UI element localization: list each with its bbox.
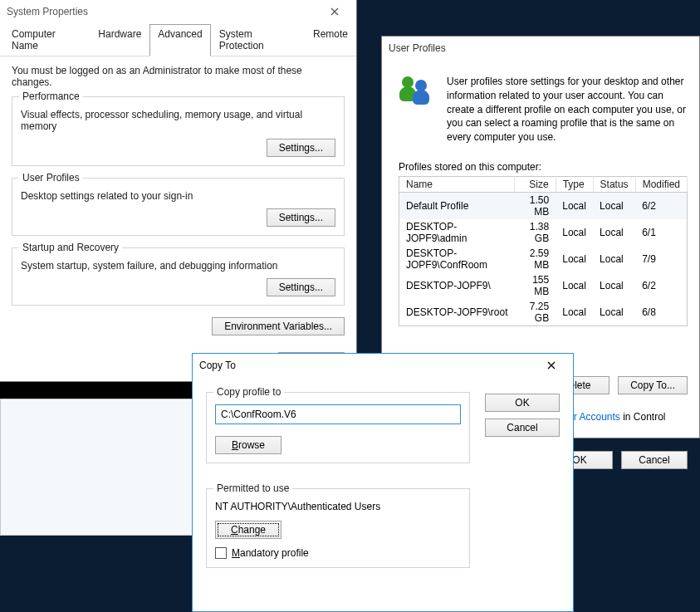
system-properties-body: You must be logged on as an Administrato… <box>0 56 356 345</box>
group-legend: Copy profile to <box>213 386 284 398</box>
group-performance: Performance Visual effects, processor sc… <box>12 96 345 166</box>
copy-to-button[interactable]: Copy To... <box>618 376 688 394</box>
window-title: User Profiles <box>389 42 446 54</box>
cell-size: 1.50 MB <box>515 192 556 219</box>
table-row[interactable]: Default Profile1.50 MBLocalLocal6/2 <box>399 192 688 219</box>
cell-name: DESKTOP-JOPF9\ <box>399 272 515 299</box>
performance-settings-button[interactable]: Settings... <box>267 139 335 157</box>
close-icon[interactable] <box>318 0 351 23</box>
cell-status: Local <box>593 299 635 326</box>
cell-name: DESKTOP-JOPF9\ConfRoom <box>399 246 515 272</box>
titlebar[interactable]: Copy To <box>193 354 573 377</box>
startup-text: System startup, system failure, and debu… <box>21 260 335 272</box>
copy-to-dialog: Copy To Copy profile to BBrowserowse Per… <box>192 353 574 612</box>
cell-type: Local <box>556 299 593 326</box>
startup-settings-button[interactable]: Settings... <box>267 278 335 296</box>
cell-size: 1.38 GB <box>515 219 556 246</box>
tab-computer-name[interactable]: Computer Name <box>3 24 90 56</box>
group-legend: Performance <box>19 91 83 102</box>
group-permitted-to-use: Permitted to use NT AUTHORITY\Authentica… <box>206 488 470 568</box>
cell-modified: 6/1 <box>635 219 687 246</box>
cancel-button[interactable]: Cancel <box>485 419 560 437</box>
cell-name: DESKTOP-JOPF9\admin <box>399 219 515 246</box>
change-button[interactable]: ChangeChange <box>215 521 281 539</box>
cell-status: Local <box>593 192 635 219</box>
close-icon[interactable] <box>535 354 568 377</box>
mandatory-profile-checkbox[interactable] <box>215 547 227 559</box>
cell-modified: 7/9 <box>635 246 687 272</box>
copy-to-body: Copy profile to BBrowserowse Permitted t… <box>193 377 573 576</box>
profiles-stored-label: Profiles stored on this computer: <box>399 161 688 173</box>
tab-system-protection[interactable]: System Protection <box>211 24 305 56</box>
tab-remote[interactable]: Remote <box>305 24 356 56</box>
cell-size: 155 MB <box>515 272 556 299</box>
cell-type: Local <box>556 219 593 246</box>
cell-size: 2.59 MB <box>515 246 556 272</box>
cell-size: 7.25 GB <box>515 299 556 326</box>
group-copy-profile-to: Copy profile to BBrowserowse <box>206 392 470 463</box>
table-row[interactable]: DESKTOP-JOPF9\root7.25 GBLocalLocal6/8 <box>399 299 688 326</box>
col-type[interactable]: Type <box>556 176 593 192</box>
permitted-principal: NT AUTHORITY\Authenticated Users <box>215 501 461 512</box>
table-row[interactable]: DESKTOP-JOPF9\admin1.38 GBLocalLocal6/1 <box>399 219 688 246</box>
browse-button[interactable]: BBrowserowse <box>215 436 281 454</box>
group-legend: Permitted to use <box>213 482 292 494</box>
cell-status: Local <box>593 272 635 299</box>
col-status[interactable]: Status <box>593 176 635 192</box>
performance-text: Visual effects, processor scheduling, me… <box>21 109 335 132</box>
titlebar[interactable]: System Properties <box>0 0 356 23</box>
cell-name: Default Profile <box>399 192 515 219</box>
cell-type: Local <box>556 192 593 219</box>
col-modified[interactable]: Modified <box>635 176 687 192</box>
cell-type: Local <box>556 272 593 299</box>
mandatory-profile-label[interactable]: Mandatory profileMandatory profile <box>232 547 309 559</box>
copy-profile-path-input[interactable] <box>215 404 461 424</box>
tab-hardware[interactable]: Hardware <box>90 24 149 56</box>
profiles-table[interactable]: Name Size Type Status Modified Default P… <box>399 176 688 326</box>
ok-button[interactable]: OK <box>485 394 560 412</box>
cell-status: Local <box>593 246 635 272</box>
table-row[interactable]: DESKTOP-JOPF9\155 MBLocalLocal6/2 <box>399 272 688 299</box>
window-title: System Properties <box>7 6 88 17</box>
window-title: Copy To <box>199 360 236 371</box>
intro-text: User profiles store settings for your de… <box>447 75 688 144</box>
col-name[interactable]: Name <box>399 176 515 192</box>
group-legend: User Profiles <box>19 172 83 184</box>
cell-name: DESKTOP-JOPF9\root <box>399 299 515 326</box>
cell-type: Local <box>556 246 593 272</box>
cell-modified: 6/8 <box>635 299 687 326</box>
cell-modified: 6/2 <box>635 272 687 299</box>
group-legend: Startup and Recovery <box>19 242 122 253</box>
user-profiles-settings-button[interactable]: Settings... <box>267 208 335 227</box>
cancel-button[interactable]: Cancel <box>621 451 688 469</box>
system-properties-window: System Properties Computer Name Hardware… <box>0 0 357 382</box>
cell-status: Local <box>593 219 635 246</box>
tab-advanced[interactable]: Advanced <box>149 24 210 56</box>
cell-modified: 6/2 <box>635 192 687 219</box>
group-startup-recovery: Startup and Recovery System startup, sys… <box>12 247 345 306</box>
col-size[interactable]: Size <box>515 176 556 192</box>
admin-note: You must be logged on as an Administrato… <box>12 65 345 88</box>
environment-variables-button[interactable]: Environment Variables... <box>212 317 345 335</box>
users-icon <box>399 75 435 111</box>
tabs: Computer Name Hardware Advanced System P… <box>0 23 356 56</box>
group-user-profiles: User Profiles Desktop settings related t… <box>12 178 345 236</box>
table-row[interactable]: DESKTOP-JOPF9\ConfRoom2.59 MBLocalLocal7… <box>399 246 688 272</box>
user-profiles-text: Desktop settings related to your sign-in <box>21 190 335 202</box>
titlebar[interactable]: User Profiles <box>382 37 699 60</box>
